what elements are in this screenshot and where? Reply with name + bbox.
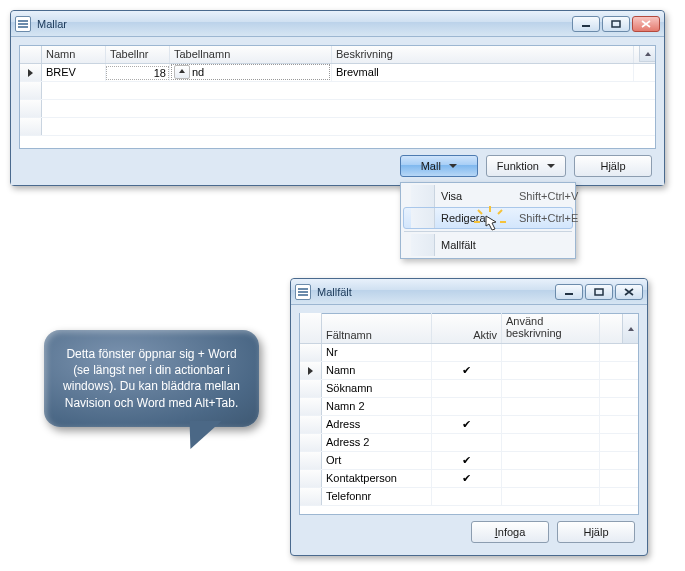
table-row[interactable]: Adress 2 bbox=[300, 434, 638, 452]
form-icon bbox=[295, 284, 311, 300]
col-anvand-beskrivning[interactable]: Använd beskrivning bbox=[502, 313, 600, 343]
cell-aktiv[interactable] bbox=[432, 344, 502, 361]
cell-anvand-beskrivning[interactable] bbox=[502, 344, 600, 361]
cell-anvand-beskrivning[interactable] bbox=[502, 416, 600, 433]
cell-anvand-beskrivning[interactable] bbox=[502, 434, 600, 451]
row-indicator[interactable] bbox=[300, 488, 322, 505]
svg-rect-0 bbox=[582, 25, 590, 27]
cell-aktiv[interactable] bbox=[432, 398, 502, 415]
tabellnr-value[interactable]: 18 bbox=[106, 66, 169, 80]
row-indicator[interactable] bbox=[300, 344, 322, 361]
minimize-button[interactable] bbox=[555, 284, 583, 300]
scroll-up-button[interactable] bbox=[622, 314, 638, 344]
window-title: Mallar bbox=[37, 18, 67, 30]
row-indicator[interactable] bbox=[300, 398, 322, 415]
grid-mallar[interactable]: Namn Tabellnr Tabellnamn Beskrivning BRE… bbox=[19, 45, 656, 149]
table-row[interactable]: BREV 18 nd Brevmall bbox=[20, 64, 655, 82]
col-aktiv[interactable]: Aktiv bbox=[432, 313, 502, 343]
row-indicator[interactable] bbox=[300, 362, 322, 379]
maximize-button[interactable] bbox=[602, 16, 630, 32]
hjalp-button[interactable]: Hjälp bbox=[557, 521, 635, 543]
cell-anvand-beskrivning[interactable] bbox=[502, 488, 600, 505]
chevron-down-icon bbox=[547, 164, 555, 168]
row-indicator[interactable] bbox=[300, 470, 322, 487]
chevron-down-icon bbox=[449, 164, 457, 168]
cell-tabellnamn[interactable]: nd bbox=[170, 64, 332, 81]
cell-faltnamn[interactable]: Nr bbox=[322, 344, 432, 361]
cell-anvand-beskrivning[interactable] bbox=[502, 362, 600, 379]
window-mallfalt: Mallfält Fältnamn Aktiv Använd beskrivni… bbox=[290, 278, 648, 556]
funktion-button[interactable]: Funktion bbox=[486, 155, 566, 177]
cell-beskrivning[interactable]: Brevmall bbox=[332, 64, 634, 81]
cell-anvand-beskrivning[interactable] bbox=[502, 470, 600, 487]
col-faltnamn[interactable]: Fältnamn bbox=[322, 313, 432, 343]
row-indicator[interactable] bbox=[20, 64, 42, 81]
table-row[interactable]: Söknamn bbox=[300, 380, 638, 398]
mall-button[interactable]: Mall bbox=[400, 155, 478, 177]
cell-tabellnr[interactable]: 18 bbox=[106, 64, 170, 81]
infoga-button[interactable]: Infoga bbox=[471, 521, 549, 543]
window-title: Mallfält bbox=[317, 286, 352, 298]
row-indicator[interactable] bbox=[300, 416, 322, 433]
callout-text: Detta fönster öppnar sig + Word (se läng… bbox=[63, 347, 240, 410]
table-row[interactable]: Nr bbox=[300, 344, 638, 362]
cell-namn[interactable]: BREV bbox=[42, 64, 106, 81]
table-row[interactable]: Telefonnr bbox=[300, 488, 638, 506]
col-tabellnr[interactable]: Tabellnr bbox=[106, 46, 170, 63]
row-indicator[interactable] bbox=[300, 434, 322, 451]
maximize-button[interactable] bbox=[585, 284, 613, 300]
table-row[interactable]: Namn 2 bbox=[300, 398, 638, 416]
minimize-button[interactable] bbox=[572, 16, 600, 32]
cell-aktiv[interactable] bbox=[432, 488, 502, 505]
close-button[interactable] bbox=[615, 284, 643, 300]
row-indicator[interactable] bbox=[300, 452, 322, 469]
table-row[interactable]: Adress✔ bbox=[300, 416, 638, 434]
cell-anvand-beskrivning[interactable] bbox=[502, 452, 600, 469]
table-row[interactable]: Ort✔ bbox=[300, 452, 638, 470]
cell-aktiv[interactable]: ✔ bbox=[432, 470, 502, 487]
scroll-up-button[interactable] bbox=[639, 46, 655, 62]
cell-anvand-beskrivning[interactable] bbox=[502, 398, 600, 415]
rowheader-corner[interactable] bbox=[300, 313, 322, 343]
cell-aktiv[interactable]: ✔ bbox=[432, 452, 502, 469]
col-namn[interactable]: Namn bbox=[42, 46, 106, 63]
cell-faltnamn[interactable]: Namn 2 bbox=[322, 398, 432, 415]
row-indicator[interactable] bbox=[20, 82, 42, 99]
cell-faltnamn[interactable]: Adress 2 bbox=[322, 434, 432, 451]
window-mallar: Mallar Namn Tabellnr Tabellnamn Beskrivn… bbox=[10, 10, 665, 186]
cell-aktiv[interactable] bbox=[432, 380, 502, 397]
titlebar-mallar[interactable]: Mallar bbox=[11, 11, 664, 37]
svg-rect-1 bbox=[612, 21, 620, 27]
cell-faltnamn[interactable]: Namn bbox=[322, 362, 432, 379]
cell-faltnamn[interactable]: Kontaktperson bbox=[322, 470, 432, 487]
form-icon bbox=[15, 16, 31, 32]
titlebar-mallfalt[interactable]: Mallfält bbox=[291, 279, 647, 305]
cell-aktiv[interactable]: ✔ bbox=[432, 362, 502, 379]
cell-faltnamn[interactable]: Ort bbox=[322, 452, 432, 469]
svg-rect-8 bbox=[595, 289, 603, 295]
menu-gutter bbox=[411, 185, 435, 207]
cell-faltnamn[interactable]: Söknamn bbox=[322, 380, 432, 397]
menu-gutter bbox=[411, 208, 435, 228]
cell-anvand-beskrivning[interactable] bbox=[502, 380, 600, 397]
cursor-click-icon bbox=[472, 204, 508, 242]
svg-line-3 bbox=[498, 210, 502, 214]
cell-faltnamn[interactable]: Adress bbox=[322, 416, 432, 433]
cell-aktiv[interactable]: ✔ bbox=[432, 416, 502, 433]
hjalp-button[interactable]: Hjälp bbox=[574, 155, 652, 177]
col-beskrivning[interactable]: Beskrivning bbox=[332, 46, 634, 63]
table-row[interactable]: Kontaktperson✔ bbox=[300, 470, 638, 488]
grid-mallfalt[interactable]: Fältnamn Aktiv Använd beskrivning NrNamn… bbox=[299, 313, 639, 515]
rowheader-corner[interactable] bbox=[20, 46, 42, 63]
table-row[interactable]: Namn✔ bbox=[300, 362, 638, 380]
row-indicator[interactable] bbox=[20, 100, 42, 117]
callout-bubble: Detta fönster öppnar sig + Word (se läng… bbox=[44, 330, 259, 427]
close-button[interactable] bbox=[632, 16, 660, 32]
lookup-up-icon[interactable] bbox=[174, 65, 190, 79]
col-tabellnamn[interactable]: Tabellnamn bbox=[170, 46, 332, 63]
cell-aktiv[interactable] bbox=[432, 434, 502, 451]
row-indicator[interactable] bbox=[20, 118, 42, 135]
tabellnamn-suffix: nd bbox=[192, 66, 204, 78]
cell-faltnamn[interactable]: Telefonnr bbox=[322, 488, 432, 505]
row-indicator[interactable] bbox=[300, 380, 322, 397]
